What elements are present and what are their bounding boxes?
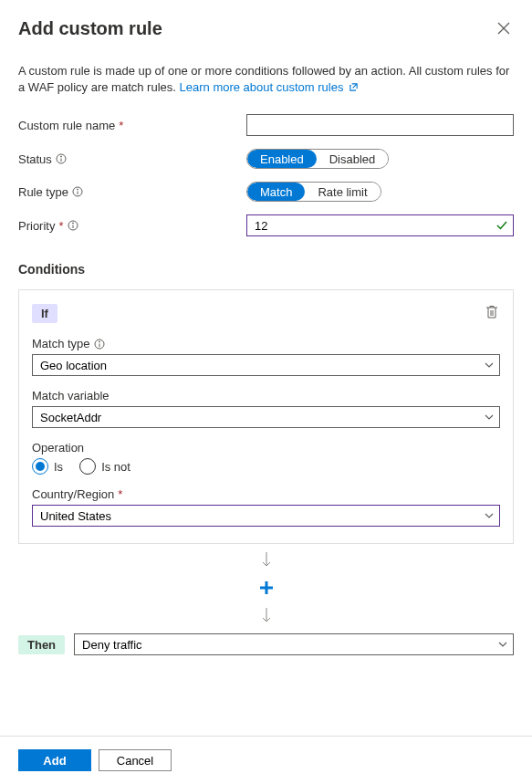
status-enabled-button[interactable]: Enabled — [247, 150, 317, 168]
learn-more-link[interactable]: Learn more about custom rules — [180, 80, 360, 94]
country-select[interactable]: United States — [32, 505, 500, 527]
rule-type-label: Rule type — [18, 185, 246, 199]
operation-label: Operation — [32, 441, 500, 455]
footer-actions: Add Cancel — [0, 736, 532, 737]
info-icon — [72, 186, 83, 197]
operation-is-radio[interactable]: Is — [32, 458, 63, 475]
condition-block: If Match type Geo location Match variabl… — [18, 289, 514, 544]
operation-isnot-radio[interactable]: Is not — [79, 458, 130, 475]
radio-label-isnot: Is not — [101, 460, 130, 474]
flow-arrow-2 — [18, 607, 514, 626]
svg-point-4 — [60, 156, 61, 157]
status-disabled-button[interactable]: Disabled — [317, 150, 389, 168]
name-label: Custom rule name* — [18, 119, 246, 132]
svg-point-10 — [72, 223, 73, 224]
flow-arrow-1 — [18, 551, 514, 570]
country-label: Country/Region* — [32, 487, 500, 501]
status-toggle: Enabled Disabled — [246, 149, 389, 169]
svg-point-13 — [99, 341, 99, 342]
panel-title: Add custom rule — [18, 18, 162, 39]
close-icon — [497, 22, 510, 35]
close-button[interactable] — [494, 18, 514, 41]
trash-icon — [485, 305, 498, 319]
info-icon — [94, 339, 105, 350]
delete-condition-button[interactable] — [484, 303, 500, 324]
rule-type-toggle: Match Rate limit — [246, 182, 381, 202]
add-condition-button[interactable] — [258, 578, 275, 600]
then-action-select[interactable]: Deny traffic — [74, 633, 514, 655]
learn-more-text: Learn more about custom rules — [180, 80, 344, 94]
then-chip: Then — [18, 635, 65, 654]
match-type-label: Match type — [32, 337, 500, 350]
info-icon — [56, 153, 67, 164]
plus-icon — [258, 580, 275, 596]
match-variable-label: Match variable — [32, 389, 500, 402]
conditions-title: Conditions — [18, 262, 514, 277]
status-label: Status — [18, 152, 246, 166]
match-variable-select[interactable]: SocketAddr — [32, 406, 500, 428]
radio-label-is: Is — [54, 460, 63, 474]
rule-type-rate-limit-button[interactable]: Rate limit — [305, 183, 380, 201]
priority-input[interactable] — [246, 214, 514, 236]
info-icon — [68, 220, 78, 231]
external-link-icon — [349, 82, 359, 92]
svg-point-7 — [77, 189, 78, 190]
check-icon — [495, 219, 508, 232]
match-type-select[interactable]: Geo location — [32, 354, 500, 376]
if-chip: If — [32, 304, 57, 323]
custom-rule-name-input[interactable] — [246, 114, 514, 136]
priority-label: Priority* — [18, 219, 246, 233]
rule-type-match-button[interactable]: Match — [247, 183, 305, 201]
intro-text: A custom rule is made up of one or more … — [18, 63, 514, 96]
